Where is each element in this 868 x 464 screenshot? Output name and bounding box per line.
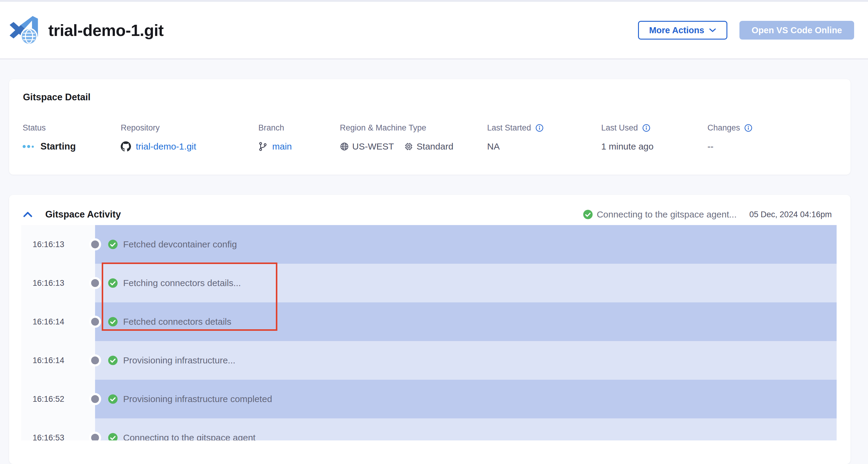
field-last-started: Last Started NA <box>487 123 544 153</box>
open-vscode-online-label: Open VS Code Online <box>751 25 842 35</box>
gitspace-detail-card: Gitspace Detail Status Starting Reposito… <box>9 79 850 175</box>
timeline-dot-icon <box>89 354 101 367</box>
field-repository: Repository trial-demo-1.git <box>121 123 196 153</box>
log-row: 16:16:52 Provisioning infrastructure com… <box>21 380 837 418</box>
log-time: 16:16:13 <box>33 240 64 249</box>
log-text: Fetched connectors details <box>123 317 231 327</box>
last-started-value: NA <box>487 141 500 152</box>
git-branch-icon <box>258 141 268 152</box>
field-branch: Branch main <box>258 123 292 153</box>
gitspace-activity-card: Gitspace Activity Connecting to the gits… <box>9 195 850 464</box>
check-circle-icon <box>108 278 118 288</box>
field-region-machine: Region & Machine Type US-WEST <box>340 123 453 153</box>
page-title: trial-demo-1.git <box>48 21 163 39</box>
last-used-label: Last Used <box>601 123 638 133</box>
info-icon[interactable] <box>642 124 650 132</box>
check-circle-icon <box>108 433 118 440</box>
log-row: 16:16:14 Provisioning infrastructure... <box>21 341 837 380</box>
collapse-chevron-up-icon[interactable] <box>23 211 33 218</box>
more-actions-button[interactable]: More Actions <box>638 21 728 39</box>
check-circle-icon <box>108 317 118 327</box>
log-text: Fetched devcontainer config <box>123 239 237 250</box>
more-actions-label: More Actions <box>649 25 705 35</box>
log-time: 16:16:53 <box>33 433 64 441</box>
timeline-dot-icon <box>89 393 101 405</box>
check-circle-icon <box>108 239 118 250</box>
branch-link[interactable]: main <box>272 141 292 152</box>
region-machine-label: Region & Machine Type <box>340 123 453 133</box>
activity-title: Gitspace Activity <box>45 209 121 220</box>
changes-value: -- <box>707 141 713 152</box>
activity-header: Gitspace Activity Connecting to the gits… <box>9 206 850 223</box>
check-circle-icon <box>108 355 118 366</box>
activity-status-text: Connecting to the gitspace agent... <box>597 209 737 220</box>
timeline-dot-icon <box>89 277 101 289</box>
gitspace-detail-title: Gitspace Detail <box>23 92 91 103</box>
log-text: Fetching connectors details... <box>123 278 241 288</box>
log-time: 16:16:14 <box>33 356 64 365</box>
github-icon <box>121 141 131 152</box>
log-row: 16:16:53 Connecting to the gitspace agen… <box>21 418 837 440</box>
changes-label: Changes <box>707 123 740 133</box>
branch-label: Branch <box>258 123 292 133</box>
log-row: 16:16:13 Fetching connectors details... <box>21 264 837 302</box>
log-text: Connecting to the gitspace agent <box>123 433 256 440</box>
last-started-label: Last Started <box>487 123 531 133</box>
globe-icon <box>340 142 349 151</box>
log-time: 16:16:14 <box>33 317 64 326</box>
chevron-down-icon <box>709 28 716 32</box>
vscode-gitspace-logo-icon <box>8 16 42 45</box>
status-loading-dots-icon <box>23 145 34 148</box>
info-icon[interactable] <box>744 124 752 132</box>
page-header: trial-demo-1.git More Actions Open VS Co… <box>0 0 868 59</box>
log-time: 16:16:52 <box>33 395 64 404</box>
activity-log[interactable]: 16:16:13 Fetched devcontainer config 16:… <box>21 225 837 440</box>
field-status: Status Starting <box>23 123 76 153</box>
log-text: Provisioning infrastructure completed <box>123 394 272 404</box>
log-text: Provisioning infrastructure... <box>123 355 236 366</box>
region-value: US-WEST <box>352 141 394 152</box>
field-changes: Changes -- <box>707 123 752 153</box>
log-time: 16:16:13 <box>33 279 64 288</box>
machine-type-icon <box>404 142 413 151</box>
field-last-used: Last Used 1 minute ago <box>601 123 653 153</box>
info-icon[interactable] <box>535 124 544 132</box>
status-label: Status <box>23 123 76 133</box>
check-circle-icon <box>583 209 593 220</box>
repository-link[interactable]: trial-demo-1.git <box>136 141 196 152</box>
timeline-dot-icon <box>89 316 101 328</box>
machine-type-value: Standard <box>416 141 453 152</box>
log-row: 16:16:14 Fetched connectors details <box>21 302 837 341</box>
check-circle-icon <box>108 394 118 404</box>
repository-label: Repository <box>121 123 196 133</box>
last-used-value: 1 minute ago <box>601 141 653 152</box>
activity-timestamp: 05 Dec, 2024 04:16pm <box>749 210 832 219</box>
status-value: Starting <box>40 141 76 152</box>
timeline-dot-icon <box>89 238 101 251</box>
open-vscode-online-button[interactable]: Open VS Code Online <box>739 21 854 39</box>
log-row: 16:16:13 Fetched devcontainer config <box>21 225 837 264</box>
